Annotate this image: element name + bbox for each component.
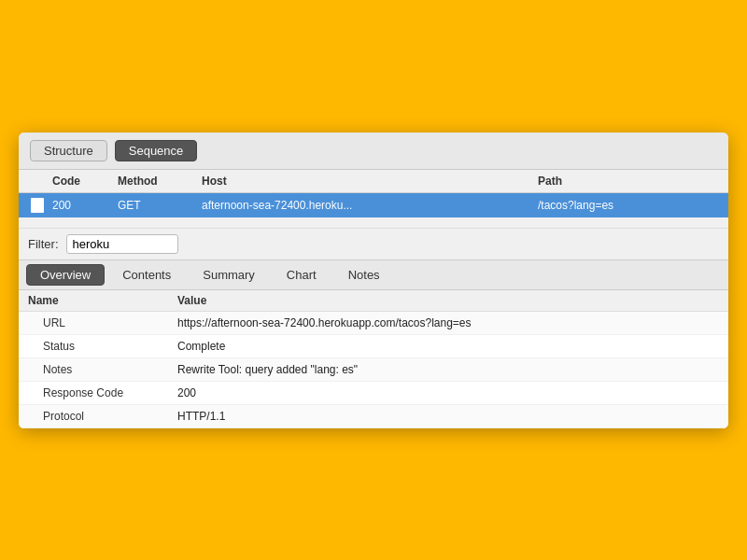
details-row-response-code: Response Code 200 xyxy=(19,382,728,405)
row-icon xyxy=(26,196,49,215)
col-host: Host xyxy=(198,173,534,189)
filter-input[interactable] xyxy=(66,234,178,254)
details-row-status: Status Complete xyxy=(19,335,728,358)
row-code: 200 xyxy=(49,197,114,214)
tab-bar: Overview Contents Summary Chart Notes xyxy=(19,260,728,290)
filter-row: Filter: xyxy=(19,229,728,260)
col-method: Method xyxy=(114,173,198,189)
details-label-protocol: Protocol xyxy=(28,410,177,423)
col-path: Path xyxy=(534,173,721,189)
col-code: Code xyxy=(49,173,114,189)
filter-label: Filter: xyxy=(28,237,59,251)
details-label-url: URL xyxy=(28,316,177,329)
details-label-response-code: Response Code xyxy=(28,386,177,399)
table-row[interactable]: 200 GET afternoon-sea-72400.heroku... /t… xyxy=(19,193,728,217)
document-icon xyxy=(31,198,44,213)
details-value-response-code: 200 xyxy=(177,386,719,399)
details-row-notes: Notes Rewrite Tool: query added "lang: e… xyxy=(19,358,728,382)
table-header: Code Method Host Path xyxy=(19,170,728,193)
row-method: GET xyxy=(114,197,198,214)
col-icon xyxy=(26,173,49,189)
details-value-notes: Rewrite Tool: query added "lang: es" xyxy=(177,363,719,376)
row-path: /tacos?lang=es xyxy=(534,197,721,214)
tab-summary[interactable]: Summary xyxy=(189,264,269,286)
details-row-protocol: Protocol HTTP/1.1 xyxy=(19,405,728,428)
details-col-value: Value xyxy=(177,294,719,307)
row-host: afternoon-sea-72400.heroku... xyxy=(198,197,534,214)
sequence-button[interactable]: Sequence xyxy=(115,140,198,161)
details-header: Name Value xyxy=(19,290,728,312)
details-value-status: Complete xyxy=(177,340,719,353)
spacer xyxy=(19,217,728,229)
structure-button[interactable]: Structure xyxy=(30,140,107,161)
tab-chart[interactable]: Chart xyxy=(273,264,331,286)
tab-contents[interactable]: Contents xyxy=(108,264,185,286)
tab-overview[interactable]: Overview xyxy=(26,264,105,286)
tab-notes[interactable]: Notes xyxy=(334,264,394,286)
details-table: Name Value URL https://afternoon-sea-724… xyxy=(19,290,728,428)
toolbar: Structure Sequence xyxy=(19,133,728,170)
details-row-url: URL https://afternoon-sea-72400.herokuap… xyxy=(19,312,728,335)
details-value-protocol: HTTP/1.1 xyxy=(177,410,719,423)
details-label-status: Status xyxy=(28,340,177,353)
main-window: Structure Sequence Code Method Host Path… xyxy=(19,133,728,428)
details-col-name: Name xyxy=(28,294,177,307)
details-value-url: https://afternoon-sea-72400.herokuapp.co… xyxy=(177,316,719,329)
details-label-notes: Notes xyxy=(28,363,177,376)
